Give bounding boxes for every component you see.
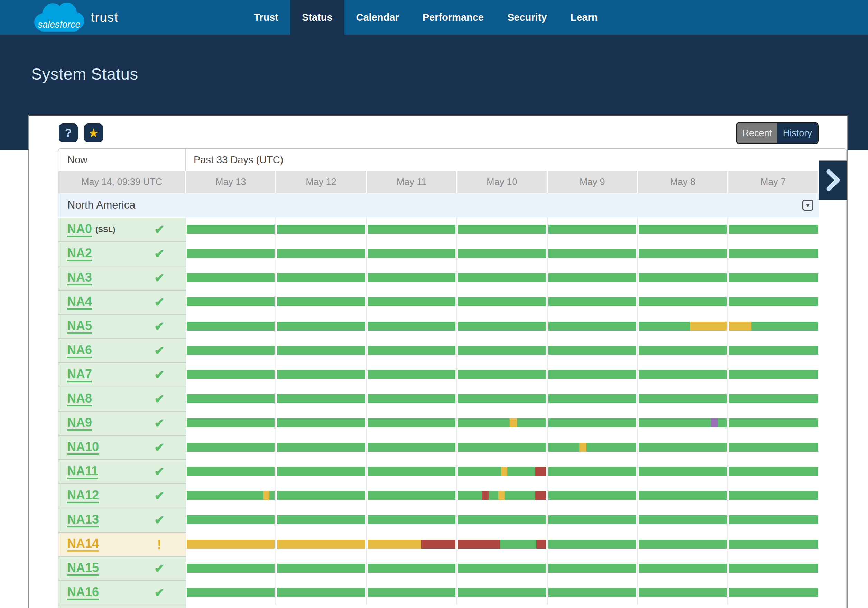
- status-bar[interactable]: [639, 419, 727, 428]
- status-segment-g[interactable]: [639, 419, 711, 428]
- status-bar[interactable]: [277, 564, 365, 573]
- status-bar[interactable]: [549, 322, 636, 330]
- status-bar[interactable]: [277, 370, 365, 379]
- status-bar[interactable]: [367, 394, 456, 403]
- status-bar[interactable]: [549, 540, 636, 549]
- status-bar[interactable]: [458, 515, 546, 524]
- status-bar[interactable]: [458, 298, 546, 306]
- status-segment-g[interactable]: [729, 515, 818, 524]
- status-bar[interactable]: [639, 515, 727, 524]
- instance-link-na12[interactable]: NA12: [67, 489, 99, 503]
- status-segment-g[interactable]: [367, 491, 456, 500]
- collapse-section-icon[interactable]: ▼: [802, 200, 813, 211]
- instance-link-na0[interactable]: NA0: [67, 222, 92, 237]
- status-bar[interactable]: [729, 515, 818, 524]
- instance-link-na7[interactable]: NA7: [67, 368, 92, 382]
- status-segment-y[interactable]: [690, 322, 727, 330]
- status-bar[interactable]: [729, 491, 818, 500]
- status-bar[interactable]: [549, 515, 636, 524]
- nav-item-learn[interactable]: Learn: [558, 0, 609, 34]
- status-segment-g[interactable]: [367, 225, 456, 234]
- status-bar[interactable]: [549, 273, 636, 282]
- status-bar[interactable]: [187, 515, 274, 524]
- instance-link-na3[interactable]: NA3: [67, 271, 92, 285]
- status-segment-g[interactable]: [729, 298, 818, 306]
- status-segment-g[interactable]: [639, 298, 727, 306]
- status-segment-g[interactable]: [549, 225, 636, 234]
- status-segment-g[interactable]: [367, 249, 456, 258]
- status-bar[interactable]: [367, 443, 456, 452]
- status-segment-g[interactable]: [729, 467, 818, 476]
- status-segment-y[interactable]: [579, 443, 586, 452]
- status-bar[interactable]: [639, 370, 727, 379]
- instance-link-na8[interactable]: NA8: [67, 392, 92, 406]
- help-button[interactable]: ?: [59, 124, 78, 143]
- status-segment-g[interactable]: [549, 564, 636, 573]
- status-segment-g[interactable]: [549, 515, 636, 524]
- status-bar[interactable]: [187, 564, 274, 573]
- status-segment-g[interactable]: [729, 273, 818, 282]
- nav-item-calendar[interactable]: Calendar: [344, 0, 411, 34]
- status-bar[interactable]: [187, 419, 274, 428]
- status-segment-g[interactable]: [549, 370, 636, 379]
- status-segment-g[interactable]: [367, 419, 456, 428]
- status-segment-y[interactable]: [277, 540, 365, 549]
- status-segment-g[interactable]: [729, 394, 818, 403]
- status-bar[interactable]: [277, 322, 365, 330]
- status-segment-g[interactable]: [277, 273, 365, 282]
- instance-link-na15[interactable]: NA15: [67, 561, 99, 576]
- status-segment-g[interactable]: [639, 322, 690, 330]
- status-segment-g[interactable]: [639, 370, 727, 379]
- status-bar[interactable]: [458, 564, 546, 573]
- status-segment-g[interactable]: [187, 443, 274, 452]
- status-bar[interactable]: [277, 298, 365, 306]
- status-segment-g[interactable]: [639, 540, 727, 549]
- status-bar[interactable]: [187, 588, 274, 597]
- status-bar[interactable]: [639, 298, 727, 306]
- status-bar[interactable]: [367, 467, 456, 476]
- status-segment-p[interactable]: [711, 419, 718, 428]
- status-segment-g[interactable]: [187, 564, 274, 573]
- status-bar[interactable]: [277, 394, 365, 403]
- status-bar[interactable]: [458, 225, 546, 234]
- status-bar[interactable]: [367, 322, 456, 330]
- status-bar[interactable]: [729, 370, 818, 379]
- status-bar[interactable]: [639, 443, 727, 452]
- status-bar[interactable]: [367, 273, 456, 282]
- status-bar[interactable]: [187, 346, 274, 355]
- status-bar[interactable]: [277, 515, 365, 524]
- status-segment-g[interactable]: [277, 394, 365, 403]
- status-segment-g[interactable]: [639, 564, 727, 573]
- status-segment-g[interactable]: [458, 322, 546, 330]
- nav-item-performance[interactable]: Performance: [411, 0, 496, 34]
- status-segment-g[interactable]: [639, 249, 727, 258]
- status-segment-r[interactable]: [458, 540, 500, 549]
- instance-link-na10[interactable]: NA10: [67, 440, 99, 455]
- status-segment-g[interactable]: [187, 515, 274, 524]
- status-segment-g[interactable]: [458, 249, 546, 258]
- status-bar[interactable]: [639, 394, 727, 403]
- status-bar[interactable]: [549, 394, 636, 403]
- status-bar[interactable]: [549, 564, 636, 573]
- status-segment-g[interactable]: [277, 588, 365, 597]
- status-segment-g[interactable]: [187, 322, 274, 330]
- status-bar[interactable]: [367, 225, 456, 234]
- status-bar[interactable]: [549, 370, 636, 379]
- status-segment-r[interactable]: [482, 491, 489, 500]
- status-bar[interactable]: [549, 346, 636, 355]
- status-segment-g[interactable]: [458, 370, 546, 379]
- status-bar[interactable]: [549, 443, 636, 452]
- status-bar[interactable]: [277, 443, 365, 452]
- status-segment-g[interactable]: [729, 491, 818, 500]
- status-segment-g[interactable]: [458, 225, 546, 234]
- status-bar[interactable]: [277, 419, 365, 428]
- status-bar[interactable]: [549, 588, 636, 597]
- status-bar[interactable]: [367, 588, 456, 597]
- status-segment-g[interactable]: [367, 370, 456, 379]
- status-segment-g[interactable]: [549, 588, 636, 597]
- status-bar[interactable]: [729, 467, 818, 476]
- status-segment-g[interactable]: [505, 491, 535, 500]
- status-bar[interactable]: [367, 298, 456, 306]
- status-segment-y[interactable]: [367, 540, 421, 549]
- status-segment-g[interactable]: [187, 298, 274, 306]
